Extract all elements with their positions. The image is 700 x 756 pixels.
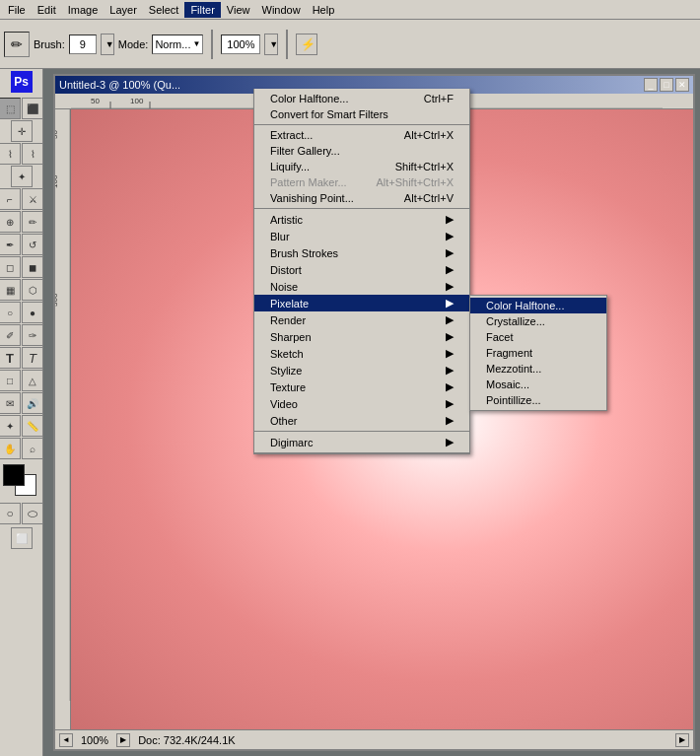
tool-lasso[interactable]: ⌇ — [0, 143, 21, 165]
menu-vanishing-point-shortcut: Alt+Ctrl+V — [404, 192, 454, 204]
menu-noise[interactable]: Noise ▶ — [254, 278, 469, 295]
minimize-btn[interactable]: _ — [644, 78, 658, 92]
ruler-left: 50 100 300 — [55, 109, 71, 729]
menu-stylize[interactable]: Stylize ▶ — [254, 362, 469, 378]
menu-video-label: Video — [270, 398, 298, 410]
tool-gradient[interactable]: ▦ — [0, 279, 21, 301]
menu-digimarc-label: Digimarc — [270, 437, 313, 448]
toolbar: ✏ Brush: ▼ Mode: Norm... ▼ 100% ▼ ⚡ — [0, 20, 700, 69]
menu-pattern-maker-label: Pattern Maker... — [270, 176, 347, 188]
svg-text:50: 50 — [91, 97, 100, 105]
ps-logo: Ps — [11, 71, 33, 93]
menu-layer[interactable]: Layer — [104, 2, 143, 18]
menu-liquify[interactable]: Liquify... Shift+Ctrl+X — [254, 159, 469, 174]
menu-file[interactable]: File — [2, 2, 32, 18]
menu-extract[interactable]: Extract... Alt+Ctrl+X — [254, 127, 469, 143]
menu-sketch[interactable]: Sketch ▶ — [254, 345, 469, 362]
foreground-color[interactable] — [3, 464, 25, 486]
menu-edit[interactable]: Edit — [32, 2, 62, 18]
brush-label: Brush: — [34, 38, 65, 50]
menu-brush-strokes-label: Brush Strokes — [270, 247, 338, 259]
tool-healing[interactable]: ⊕ — [0, 211, 21, 233]
tool-paint-bucket[interactable]: ⬡ — [22, 279, 43, 301]
pixelate-crystallize[interactable]: Crystallize... — [470, 313, 606, 329]
tool-eraser[interactable]: ◻ — [0, 256, 21, 278]
tool-crop[interactable]: ⌐ — [0, 188, 21, 210]
menu-digimarc-arrow: ▶ — [446, 436, 454, 448]
menu-convert-smart[interactable]: Convert for Smart Filters — [254, 106, 469, 122]
menu-view[interactable]: View — [221, 2, 256, 18]
tool-eyedropper[interactable]: ✦ — [0, 415, 21, 437]
brush-tool-btn[interactable]: ✏ — [4, 32, 30, 57]
main-area: Ps ⬚ ⬛ ✛ ⌇ ⌇ ✦ ⌐ ⚔ ⊕ ✏ ✒ ↺ ◻ ◼ — [0, 69, 700, 756]
tool-pen[interactable]: ✐ — [0, 324, 21, 346]
extra-tool-btn[interactable]: ⚡ — [296, 34, 317, 55]
zoom-dropdown-btn[interactable]: ▼ — [264, 34, 278, 55]
pixelate-mezzotint[interactable]: Mezzotint... — [470, 361, 606, 377]
tool-brush[interactable]: ✏ — [22, 211, 43, 233]
pixelate-mosaic-label: Mosaic... — [486, 378, 529, 390]
pixelate-mosaic[interactable]: Mosaic... — [470, 377, 606, 392]
menu-filter[interactable]: Filter — [184, 2, 220, 18]
status-prev-btn[interactable]: ◄ — [59, 733, 73, 747]
tool-mask-quick[interactable]: ⬭ — [22, 503, 43, 524]
menu-pixelate[interactable]: Pixelate ▶ Color Halftone... Crystallize… — [254, 295, 469, 311]
tool-hand[interactable]: ✋ — [0, 438, 21, 459]
menu-render[interactable]: Render ▶ — [254, 311, 469, 328]
pixelate-fragment[interactable]: Fragment — [470, 345, 606, 361]
tool-shape[interactable]: △ — [22, 370, 43, 391]
menu-select[interactable]: Select — [143, 2, 185, 18]
menu-digimarc[interactable]: Digimarc ▶ — [254, 434, 469, 450]
menu-filter-gallery-label: Filter Gallery... — [270, 145, 340, 157]
menu-window[interactable]: Window — [256, 2, 307, 18]
tool-marquee[interactable]: ⬚ — [0, 98, 21, 119]
tool-clone-stamp[interactable]: ✒ — [0, 234, 21, 255]
tool-screen-mode[interactable]: ⬜ — [11, 527, 33, 549]
menu-filter-gallery[interactable]: Filter Gallery... — [254, 143, 469, 159]
menu-image[interactable]: Image — [62, 2, 105, 18]
pixelate-crystallize-label: Crystallize... — [486, 315, 545, 327]
status-right-btn[interactable]: ▶ — [675, 733, 689, 747]
tool-lasso2[interactable]: ⌇ — [22, 143, 43, 165]
menu-extract-label: Extract... — [270, 129, 313, 141]
tool-pen2[interactable]: ✑ — [22, 324, 43, 346]
tool-audio[interactable]: 🔊 — [22, 392, 43, 414]
menu-sharpen[interactable]: Sharpen ▶ — [254, 328, 469, 345]
tool-history-brush[interactable]: ↺ — [22, 234, 43, 255]
tool-text2[interactable]: T — [22, 347, 43, 369]
menu-artistic[interactable]: Artistic ▶ — [254, 211, 469, 228]
menu-brush-strokes[interactable]: Brush Strokes ▶ — [254, 244, 469, 261]
tool-marquee2[interactable]: ⬛ — [22, 98, 43, 119]
pixelate-color-halftone[interactable]: Color Halftone... — [470, 298, 606, 313]
menu-texture[interactable]: Texture ▶ — [254, 378, 469, 395]
menu-video[interactable]: Video ▶ — [254, 395, 469, 412]
tool-burn[interactable]: ● — [22, 302, 43, 323]
close-btn[interactable]: ✕ — [675, 78, 689, 92]
menu-color-halftone-top[interactable]: Color Halftone... Ctrl+F — [254, 91, 469, 106]
tool-text[interactable]: T — [0, 347, 21, 369]
menu-blur[interactable]: Blur ▶ — [254, 228, 469, 244]
status-bar: ◄ 100% ▶ Doc: 732.4K/244.1K ▶ — [55, 729, 693, 749]
tool-slice[interactable]: ⚔ — [22, 188, 43, 210]
maximize-btn[interactable]: □ — [660, 78, 673, 92]
tool-measure[interactable]: 📏 — [22, 415, 43, 437]
brush-icon: ✏ — [11, 36, 23, 52]
status-next-btn[interactable]: ▶ — [116, 733, 130, 747]
pixelate-facet[interactable]: Facet — [470, 329, 606, 345]
menu-vanishing-point[interactable]: Vanishing Point... Alt+Ctrl+V — [254, 190, 469, 206]
tool-path[interactable]: □ — [0, 370, 21, 391]
brush-size-input[interactable] — [69, 34, 97, 54]
tool-notes[interactable]: ✉ — [0, 392, 21, 414]
menu-distort[interactable]: Distort ▶ — [254, 261, 469, 278]
tool-magic-wand[interactable]: ✦ — [11, 166, 33, 187]
tool-eraser2[interactable]: ◼ — [22, 256, 43, 278]
tool-zoom[interactable]: ⌕ — [22, 438, 43, 459]
tool-dodge[interactable]: ○ — [0, 302, 21, 323]
tool-move[interactable]: ✛ — [11, 120, 33, 142]
menu-other-arrow: ▶ — [446, 414, 454, 427]
menu-help[interactable]: Help — [307, 2, 341, 18]
pixelate-pointillize[interactable]: Pointillize... — [470, 392, 606, 408]
menu-other[interactable]: Other ▶ — [254, 412, 469, 429]
brush-dropdown-btn[interactable]: ▼ — [101, 34, 114, 55]
tool-mask-standard[interactable]: ○ — [0, 503, 21, 524]
